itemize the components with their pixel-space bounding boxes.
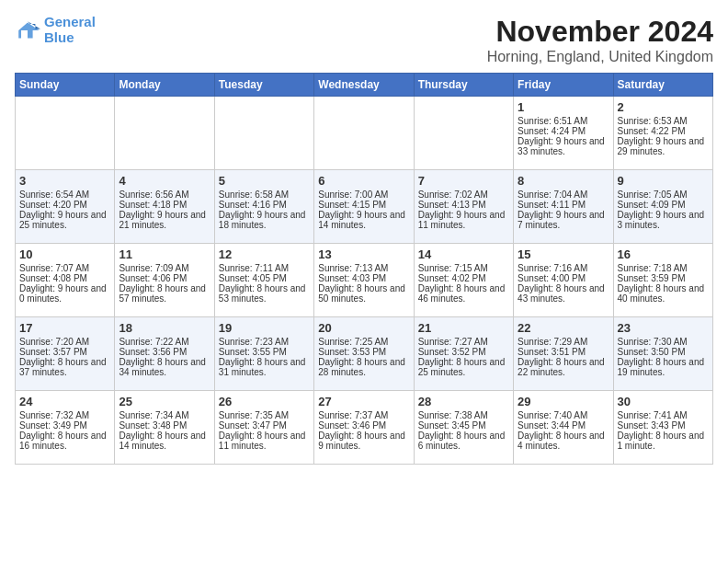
day-info: Sunrise: 7:13 AM: [318, 263, 409, 273]
day-info: Sunset: 4:05 PM: [219, 273, 310, 283]
calendar-cell: 20Sunrise: 7:25 AMSunset: 3:53 PMDayligh…: [314, 317, 414, 391]
day-info: Sunrise: 7:40 AM: [518, 410, 609, 420]
day-info: Daylight: 8 hours and 50 minutes.: [318, 283, 409, 304]
day-number: 16: [618, 247, 709, 261]
day-info: Sunrise: 7:34 AM: [119, 410, 210, 420]
logo: General Blue: [15, 15, 96, 45]
day-info: Daylight: 9 hours and 25 minutes.: [19, 210, 110, 230]
day-info: Sunset: 3:51 PM: [518, 347, 609, 357]
calendar-header-row: SundayMondayTuesdayWednesdayThursdayFrid…: [16, 74, 713, 97]
day-info: Daylight: 8 hours and 22 minutes.: [518, 357, 609, 377]
day-number: 6: [318, 174, 409, 188]
title-area: November 2024 Horning, England, United K…: [487, 15, 713, 65]
day-info: Sunrise: 7:05 AM: [618, 190, 709, 200]
day-info: Sunrise: 7:27 AM: [418, 337, 509, 347]
logo-text: General Blue: [44, 15, 96, 45]
day-info: Sunset: 3:59 PM: [618, 273, 709, 283]
day-info: Sunset: 3:56 PM: [119, 347, 210, 357]
day-number: 5: [219, 174, 310, 188]
calendar-cell: 27Sunrise: 7:37 AMSunset: 3:46 PMDayligh…: [314, 391, 414, 465]
day-info: Sunrise: 7:30 AM: [618, 337, 709, 347]
day-number: 29: [518, 395, 609, 408]
day-info: Sunset: 3:46 PM: [318, 420, 409, 431]
day-info: Daylight: 8 hours and 11 minutes.: [219, 431, 310, 451]
day-info: Sunset: 4:22 PM: [618, 126, 709, 136]
calendar-cell: 30Sunrise: 7:41 AMSunset: 3:43 PMDayligh…: [613, 391, 712, 465]
day-number: 2: [618, 100, 709, 114]
day-info: Daylight: 8 hours and 14 minutes.: [119, 431, 210, 451]
month-title: November 2024: [487, 15, 713, 49]
day-info: Sunrise: 7:09 AM: [119, 263, 210, 273]
calendar-cell: 12Sunrise: 7:11 AMSunset: 4:05 PMDayligh…: [214, 244, 313, 317]
day-info: Daylight: 9 hours and 7 minutes.: [518, 210, 609, 230]
location-title: Horning, England, United Kingdom: [487, 49, 713, 65]
calendar-cell: 17Sunrise: 7:20 AMSunset: 3:57 PMDayligh…: [16, 317, 115, 391]
day-number: 25: [119, 395, 210, 408]
day-info: Daylight: 9 hours and 3 minutes.: [618, 210, 709, 230]
day-info: Daylight: 8 hours and 16 minutes.: [19, 431, 110, 451]
day-info: Sunrise: 7:23 AM: [219, 337, 310, 347]
day-info: Sunrise: 7:00 AM: [318, 190, 409, 200]
day-info: Daylight: 8 hours and 40 minutes.: [618, 283, 709, 304]
day-info: Sunset: 4:11 PM: [518, 200, 609, 210]
calendar-cell: 3Sunrise: 6:54 AMSunset: 4:20 PMDaylight…: [16, 170, 115, 244]
day-info: Sunset: 4:09 PM: [618, 200, 709, 210]
header: General Blue November 2024 Horning, Engl…: [15, 15, 713, 65]
calendar-cell: 8Sunrise: 7:04 AMSunset: 4:11 PMDaylight…: [514, 170, 613, 244]
day-number: 15: [518, 247, 609, 261]
calendar-cell: 10Sunrise: 7:07 AMSunset: 4:08 PMDayligh…: [16, 244, 115, 317]
logo-icon: [15, 17, 40, 43]
day-info: Sunset: 4:06 PM: [119, 273, 210, 283]
day-number: 18: [119, 321, 210, 335]
day-info: Sunrise: 7:15 AM: [418, 263, 509, 273]
day-info: Sunset: 4:08 PM: [19, 273, 110, 283]
day-info: Sunset: 4:13 PM: [418, 200, 509, 210]
day-info: Daylight: 9 hours and 11 minutes.: [418, 210, 509, 230]
day-info: Sunset: 3:55 PM: [219, 347, 310, 357]
day-number: 11: [119, 247, 210, 261]
day-info: Sunrise: 7:25 AM: [318, 337, 409, 347]
calendar-cell: 2Sunrise: 6:53 AMSunset: 4:22 PMDaylight…: [613, 97, 712, 170]
day-info: Sunrise: 7:04 AM: [518, 190, 609, 200]
day-info: Daylight: 8 hours and 1 minute.: [618, 431, 709, 451]
day-info: Sunset: 4:18 PM: [119, 200, 210, 210]
header-day-sunday: Sunday: [16, 74, 115, 97]
calendar-cell: [414, 97, 513, 170]
day-info: Daylight: 9 hours and 29 minutes.: [618, 136, 709, 156]
day-number: 4: [119, 174, 210, 188]
day-info: Sunrise: 7:29 AM: [518, 337, 609, 347]
day-info: Sunrise: 6:53 AM: [618, 116, 709, 126]
calendar-cell: [214, 97, 313, 170]
day-number: 17: [19, 321, 110, 335]
day-info: Daylight: 8 hours and 28 minutes.: [318, 357, 409, 377]
calendar-table: SundayMondayTuesdayWednesdayThursdayFrid…: [15, 73, 713, 465]
header-day-wednesday: Wednesday: [314, 74, 414, 97]
day-info: Sunrise: 7:41 AM: [618, 410, 709, 420]
calendar-cell: 14Sunrise: 7:15 AMSunset: 4:02 PMDayligh…: [414, 244, 513, 317]
calendar-cell: 21Sunrise: 7:27 AMSunset: 3:52 PMDayligh…: [414, 317, 513, 391]
header-day-monday: Monday: [115, 74, 214, 97]
calendar-cell: 26Sunrise: 7:35 AMSunset: 3:47 PMDayligh…: [214, 391, 313, 465]
day-info: Daylight: 9 hours and 0 minutes.: [19, 283, 110, 304]
day-number: 13: [318, 247, 409, 261]
day-info: Daylight: 9 hours and 18 minutes.: [219, 210, 310, 230]
day-info: Sunrise: 7:35 AM: [219, 410, 310, 420]
svg-marker-0: [18, 22, 39, 38]
calendar-cell: 11Sunrise: 7:09 AMSunset: 4:06 PMDayligh…: [115, 244, 214, 317]
day-info: Daylight: 8 hours and 9 minutes.: [318, 431, 409, 451]
calendar-cell: 24Sunrise: 7:32 AMSunset: 3:49 PMDayligh…: [16, 391, 115, 465]
day-info: Sunrise: 7:02 AM: [418, 190, 509, 200]
day-info: Sunset: 3:48 PM: [119, 420, 210, 431]
day-number: 8: [518, 174, 609, 188]
calendar-cell: 29Sunrise: 7:40 AMSunset: 3:44 PMDayligh…: [514, 391, 613, 465]
day-info: Sunrise: 7:22 AM: [119, 337, 210, 347]
day-number: 27: [318, 395, 409, 408]
logo-line2: Blue: [44, 29, 74, 45]
day-info: Daylight: 8 hours and 31 minutes.: [219, 357, 310, 377]
day-info: Sunrise: 7:32 AM: [19, 410, 110, 420]
calendar-cell: [314, 97, 414, 170]
calendar-cell: 19Sunrise: 7:23 AMSunset: 3:55 PMDayligh…: [214, 317, 313, 391]
day-info: Sunrise: 6:56 AM: [119, 190, 210, 200]
calendar-cell: 18Sunrise: 7:22 AMSunset: 3:56 PMDayligh…: [115, 317, 214, 391]
day-number: 10: [19, 247, 110, 261]
